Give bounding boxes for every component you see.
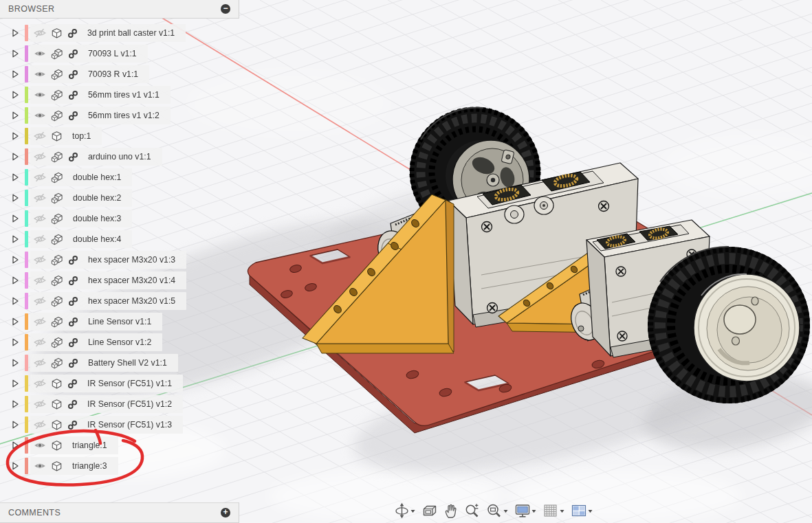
zoom-button[interactable] — [463, 502, 481, 520]
browser-item[interactable]: double hex:1 — [30, 168, 132, 186]
expand-arrow-icon[interactable] — [11, 90, 19, 100]
expand-arrow-icon[interactable] — [11, 255, 19, 265]
expand-arrow-icon[interactable] — [11, 28, 19, 38]
dropdown-caret-icon[interactable] — [410, 502, 416, 519]
browser-item-label[interactable]: hex spacer M3x20 v1:3 — [88, 255, 175, 265]
browser-item-label[interactable]: 56mm tires v1 v1:1 — [88, 90, 160, 100]
browser-item[interactable]: IR Sensor (FC51) v1:1 — [30, 375, 183, 392]
eye-hidden-icon[interactable] — [34, 131, 46, 141]
browser-row[interactable]: 3d print ball caster v1:1 — [0, 23, 186, 43]
eye-hidden-icon[interactable] — [34, 152, 46, 162]
expand-arrow-icon[interactable] — [11, 461, 19, 471]
browser-item[interactable]: triangle:1 — [30, 436, 118, 454]
browser-row[interactable]: double hex:2 — [0, 188, 132, 208]
browser-row[interactable]: top:1 — [0, 126, 102, 146]
eye-visible-icon[interactable] — [34, 111, 46, 120]
browser-item-label[interactable]: 56mm tires v1 v1:2 — [88, 111, 160, 120]
browser-row[interactable]: 56mm tires v1 v1:2 — [0, 105, 171, 126]
eye-hidden-icon[interactable] — [34, 296, 46, 306]
dropdown-caret-icon[interactable] — [531, 502, 537, 519]
eye-hidden-icon[interactable] — [34, 379, 46, 388]
browser-item-label[interactable]: 3d print ball caster v1:1 — [87, 28, 175, 38]
expand-arrow-icon[interactable] — [11, 193, 19, 203]
browser-row[interactable]: arduino uno v1:1 — [0, 146, 162, 167]
grid-and-snaps-button[interactable] — [542, 502, 566, 520]
browser-item[interactable]: 3d print ball caster v1:1 — [30, 24, 186, 42]
expand-arrow-icon[interactable] — [11, 49, 19, 58]
browser-row[interactable]: double hex:1 — [0, 167, 132, 188]
display-settings-button[interactable] — [514, 502, 538, 520]
plus-circle-icon[interactable]: + — [221, 508, 230, 518]
browser-row[interactable]: hex spacer M3x20 v1:4 — [0, 270, 186, 291]
browser-row[interactable]: hex spacer M3x20 v1:3 — [0, 249, 186, 270]
eye-hidden-icon[interactable] — [34, 317, 46, 326]
browser-item[interactable]: triangle:3 — [30, 457, 118, 475]
expand-arrow-icon[interactable] — [11, 69, 19, 79]
expand-arrow-icon[interactable] — [11, 152, 19, 162]
eye-hidden-icon[interactable] — [34, 276, 46, 285]
browser-row[interactable]: double hex:4 — [0, 229, 132, 249]
browser-item[interactable]: top:1 — [30, 127, 102, 145]
expand-arrow-icon[interactable] — [11, 173, 19, 182]
browser-row[interactable]: Line Sensor v1:2 — [0, 332, 162, 353]
expand-arrow-icon[interactable] — [11, 358, 19, 368]
expand-arrow-icon[interactable] — [11, 337, 19, 347]
browser-item[interactable]: hex spacer M3x20 v1:4 — [30, 271, 186, 289]
browser-item[interactable]: double hex:3 — [30, 210, 132, 227]
browser-item-label[interactable]: double hex:4 — [73, 234, 121, 244]
eye-hidden-icon[interactable] — [34, 193, 46, 203]
orbit-button[interactable] — [393, 502, 417, 520]
browser-item[interactable]: 56mm tires v1 v1:2 — [30, 107, 171, 124]
eye-hidden-icon[interactable] — [34, 420, 46, 430]
eye-hidden-icon[interactable] — [34, 234, 46, 244]
browser-item[interactable]: Line Sensor v1:1 — [30, 313, 162, 331]
expand-arrow-icon[interactable] — [11, 276, 19, 285]
browser-item-label[interactable]: top:1 — [72, 131, 91, 141]
eye-visible-icon[interactable] — [34, 69, 46, 79]
expand-arrow-icon[interactable] — [11, 111, 19, 120]
browser-item-label[interactable]: Line Sensor v1:1 — [88, 317, 151, 326]
browser-row[interactable]: Line Sensor v1:1 — [0, 311, 162, 332]
viewports-button[interactable] — [570, 502, 594, 520]
dropdown-caret-icon[interactable] — [559, 502, 565, 519]
expand-arrow-icon[interactable] — [11, 296, 19, 306]
browser-item-label[interactable]: double hex:1 — [73, 173, 121, 182]
eye-visible-icon[interactable] — [34, 461, 46, 471]
browser-row[interactable]: triangle:1 — [0, 435, 118, 456]
dropdown-caret-icon[interactable] — [503, 502, 509, 519]
expand-arrow-icon[interactable] — [11, 399, 19, 409]
eye-hidden-icon[interactable] — [34, 358, 46, 368]
browser-row[interactable]: IR Sensor (FC51) v1:2 — [0, 394, 183, 414]
eye-hidden-icon[interactable] — [34, 214, 46, 223]
expand-arrow-icon[interactable] — [11, 420, 19, 430]
eye-visible-icon[interactable] — [34, 90, 46, 100]
browser-row[interactable]: hex spacer M3x20 v1:5 — [0, 291, 186, 311]
minus-circle-icon[interactable]: − — [221, 4, 230, 14]
eye-hidden-icon[interactable] — [34, 173, 46, 182]
eye-hidden-icon[interactable] — [34, 255, 46, 265]
browser-item-label[interactable]: 70093 L v1:1 — [88, 49, 137, 58]
browser-row[interactable]: triangle:3 — [0, 456, 118, 476]
browser-item-label[interactable]: double hex:3 — [73, 214, 121, 223]
browser-item-label[interactable]: hex spacer M3x20 v1:5 — [88, 296, 175, 306]
eye-visible-icon[interactable] — [34, 441, 46, 450]
browser-item[interactable]: 70093 R v1:1 — [30, 65, 149, 83]
eye-hidden-icon[interactable] — [34, 28, 46, 38]
look-at-button[interactable] — [421, 502, 439, 520]
expand-arrow-icon[interactable] — [11, 131, 19, 141]
expand-arrow-icon[interactable] — [11, 441, 19, 450]
browser-item[interactable]: Line Sensor v1:2 — [30, 333, 162, 351]
browser-row[interactable]: 70093 L v1:1 — [0, 43, 148, 64]
browser-item-label[interactable]: triangle:1 — [72, 441, 107, 450]
fit-button[interactable] — [485, 502, 509, 520]
browser-row[interactable]: IR Sensor (FC51) v1:1 — [0, 373, 183, 394]
browser-item-label[interactable]: hex spacer M3x20 v1:4 — [88, 276, 175, 285]
expand-arrow-icon[interactable] — [11, 379, 19, 388]
browser-row[interactable]: 56mm tires v1 v1:1 — [0, 85, 171, 105]
dropdown-caret-icon[interactable] — [587, 502, 593, 519]
browser-item[interactable]: hex spacer M3x20 v1:3 — [30, 251, 186, 269]
browser-item-label[interactable]: Line Sensor v1:2 — [88, 337, 151, 347]
browser-item[interactable]: double hex:4 — [30, 230, 132, 248]
browser-item[interactable]: IR Sensor (FC51) v1:2 — [30, 395, 183, 413]
eye-hidden-icon[interactable] — [34, 399, 46, 409]
